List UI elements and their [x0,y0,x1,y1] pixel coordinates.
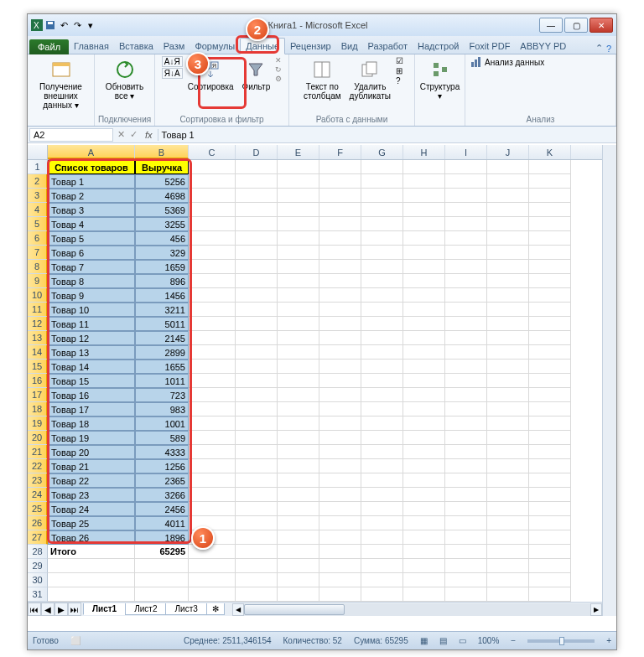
cell-empty[interactable] [236,288,278,303]
cell-empty[interactable] [529,587,571,602]
cell-empty[interactable] [189,587,236,602]
cell-empty[interactable] [445,559,487,573]
cell-empty[interactable] [445,331,487,345]
cell-empty[interactable] [278,345,319,360]
cell-empty[interactable] [361,459,403,473]
cell-empty[interactable] [319,573,361,587]
sheet-nav-next-icon[interactable]: ▶ [55,603,68,616]
cell-empty[interactable] [445,402,487,416]
cell-empty[interactable] [403,231,445,246]
cell-empty[interactable] [445,502,487,516]
row-header-3[interactable]: 3 [28,189,48,203]
cell-empty[interactable] [445,530,487,545]
tab-developer[interactable]: Разработ [363,39,413,54]
minimize-button[interactable]: — [539,18,563,33]
zoom-slider[interactable] [527,639,595,643]
sheet-nav-last-icon[interactable]: ⏭ [68,603,81,616]
formula-input[interactable]: Товар 1 [158,129,616,141]
cell-b20[interactable]: 589 [135,431,189,445]
cell-empty[interactable] [236,331,278,345]
cell-empty[interactable] [236,217,278,231]
row-header-21[interactable]: 21 [28,445,48,459]
tab-data[interactable]: Данные [240,38,285,54]
cell-a21[interactable]: Товар 20 [48,445,135,459]
cell-empty[interactable] [278,360,319,374]
cell-a24[interactable]: Товар 23 [48,488,135,502]
cell-empty[interactable] [445,516,487,530]
hscroll-thumb[interactable] [244,604,345,615]
row-header-5[interactable]: 5 [28,217,48,231]
row-header-2[interactable]: 2 [28,174,48,189]
cell-empty[interactable] [445,203,487,217]
cell-empty[interactable] [135,573,189,587]
cell-empty[interactable] [236,530,278,545]
row-header-9[interactable]: 9 [28,274,48,288]
close-button[interactable]: ✕ [589,18,613,33]
cell-empty[interactable] [319,388,361,402]
cell-empty[interactable] [236,516,278,530]
cell-empty[interactable] [278,431,319,445]
cell-empty[interactable] [48,587,135,602]
cell-empty[interactable] [236,459,278,473]
row-header-29[interactable]: 29 [28,559,48,573]
tab-view[interactable]: Вид [336,39,363,54]
cell-empty[interactable] [487,174,529,189]
tab-layout[interactable]: Разм [158,39,190,54]
cell-empty[interactable] [529,530,571,545]
cell-empty[interactable] [278,331,319,345]
cell-empty[interactable] [487,317,529,331]
cell-empty[interactable] [278,388,319,402]
row-header-30[interactable]: 30 [28,573,48,587]
cell-b6[interactable]: 456 [135,231,189,246]
cell-empty[interactable] [278,502,319,516]
cell-empty[interactable] [189,260,236,274]
cell-empty[interactable] [236,160,278,174]
row-header-4[interactable]: 4 [28,203,48,217]
cell-empty[interactable] [278,459,319,473]
cell-empty[interactable] [236,374,278,388]
cell-empty[interactable] [487,331,529,345]
row-header-13[interactable]: 13 [28,331,48,345]
cell-empty[interactable] [403,217,445,231]
row-header-26[interactable]: 26 [28,516,48,530]
cell-empty[interactable] [403,488,445,502]
cell-empty[interactable] [361,388,403,402]
cell-empty[interactable] [319,559,361,573]
cell-empty[interactable] [135,587,189,602]
row-header-16[interactable]: 16 [28,374,48,388]
cell-b3[interactable]: 4698 [135,189,189,203]
col-header-G[interactable]: G [361,145,403,159]
cell-empty[interactable] [403,189,445,203]
cell-empty[interactable] [403,573,445,587]
cell-empty[interactable] [529,502,571,516]
cell-a11[interactable]: Товар 10 [48,303,135,317]
cell-empty[interactable] [319,331,361,345]
cell-b17[interactable]: 723 [135,388,189,402]
cell-empty[interactable] [361,246,403,260]
qat-more-icon[interactable]: ▾ [85,19,96,31]
consolidate-icon[interactable]: ⊞ [396,66,403,75]
cell-empty[interactable] [403,303,445,317]
cell-empty[interactable] [403,473,445,488]
cell-empty[interactable] [319,345,361,360]
cell-b4[interactable]: 5369 [135,203,189,217]
cell-empty[interactable] [319,260,361,274]
cell-empty[interactable] [361,203,403,217]
cell-empty[interactable] [487,573,529,587]
cell-empty[interactable] [236,445,278,459]
tab-review[interactable]: Рецензир [285,39,336,54]
cell-empty[interactable] [236,402,278,416]
cell-empty[interactable] [361,231,403,246]
cell-empty[interactable] [445,274,487,288]
cell-empty[interactable] [403,274,445,288]
name-box[interactable]: A2 [29,128,113,142]
cell-b15[interactable]: 1655 [135,360,189,374]
tab-foxit[interactable]: Foxit PDF [464,39,515,54]
cell-b27[interactable]: 1896 [135,530,189,545]
cell-empty[interactable] [403,559,445,573]
zoom-in-icon[interactable]: + [606,636,611,645]
cell-empty[interactable] [445,416,487,431]
cell-empty[interactable] [529,388,571,402]
whatif-icon[interactable]: ? [396,76,403,85]
cell-empty[interactable] [403,345,445,360]
